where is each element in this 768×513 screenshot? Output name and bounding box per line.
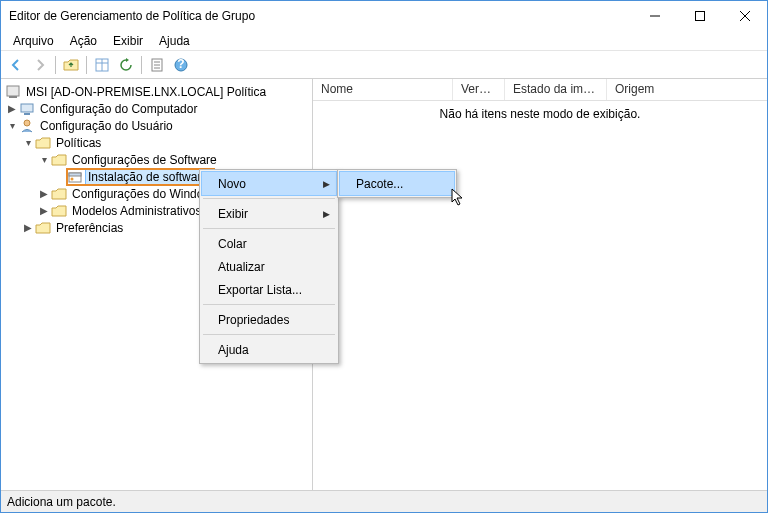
up-folder-button[interactable] [60, 54, 82, 76]
ctx-separator [203, 304, 335, 305]
ctx-colar[interactable]: Colar [202, 232, 336, 255]
tree-policies[interactable]: ▾ Políticas [5, 134, 312, 151]
context-submenu: Pacote... [337, 169, 457, 198]
ctx-label: Propriedades [218, 313, 289, 327]
ctx-ajuda[interactable]: Ajuda [202, 338, 336, 361]
svg-text:?: ? [177, 58, 184, 71]
status-text: Adiciona um pacote. [7, 495, 116, 509]
maximize-button[interactable] [677, 1, 722, 31]
svg-rect-16 [24, 113, 30, 115]
user-icon [19, 118, 35, 134]
computer-icon [19, 101, 35, 117]
svg-rect-13 [7, 86, 19, 96]
back-button[interactable] [5, 54, 27, 76]
tree-label: MSI [AD-ON-PREMISE.LNX.LOCAL] Política [24, 85, 268, 99]
tree-user-config[interactable]: ▾ Configuração do Usuário [5, 117, 312, 134]
ctx-separator [203, 198, 335, 199]
svg-rect-14 [9, 96, 17, 98]
ctx-separator [203, 334, 335, 335]
folder-icon [51, 203, 67, 219]
expander-icon[interactable]: ▶ [21, 222, 35, 233]
ctx-exportar[interactable]: Exportar Lista... [202, 278, 336, 301]
column-origem[interactable]: Origem [607, 79, 767, 100]
ctx-label: Exibir [218, 207, 248, 221]
submenu-arrow-icon: ▶ [323, 209, 330, 219]
expander-icon[interactable]: ▶ [5, 103, 19, 114]
ctx-label: Atualizar [218, 260, 265, 274]
policy-icon [5, 84, 21, 100]
help-button[interactable]: ? [170, 54, 192, 76]
ctx-label: Novo [218, 177, 246, 191]
properties-button[interactable] [146, 54, 168, 76]
ctx-novo[interactable]: Novo ▶ [202, 172, 336, 195]
close-button[interactable] [722, 1, 767, 31]
ctx-pacote[interactable]: Pacote... [340, 172, 454, 195]
menu-arquivo[interactable]: Arquivo [5, 32, 62, 50]
ctx-label: Ajuda [218, 343, 249, 357]
tree-label: Políticas [54, 136, 103, 150]
main-split: MSI [AD-ON-PREMISE.LNX.LOCAL] Política ▶… [1, 79, 767, 490]
column-versao[interactable]: Versão [453, 79, 505, 100]
window-buttons [632, 1, 767, 31]
svg-rect-19 [69, 173, 81, 176]
expander-icon[interactable]: ▾ [37, 154, 51, 165]
column-nome[interactable]: Nome [313, 79, 453, 100]
ctx-label: Exportar Lista... [218, 283, 302, 297]
menu-acao[interactable]: Ação [62, 32, 105, 50]
expander-icon[interactable]: ▶ [37, 188, 51, 199]
menu-exibir[interactable]: Exibir [105, 32, 151, 50]
expander-icon[interactable]: ▾ [21, 137, 35, 148]
submenu-arrow-icon: ▶ [323, 179, 330, 189]
forward-button[interactable] [29, 54, 51, 76]
list-header: Nome Versão Estado da impl... Origem [313, 79, 767, 101]
window-title: Editor de Gerenciamento de Política de G… [9, 9, 255, 23]
installer-icon [67, 169, 83, 185]
refresh-button[interactable] [115, 54, 137, 76]
tree-software-settings[interactable]: ▾ Configurações de Software [5, 151, 312, 168]
tree-label: Instalação de software [86, 170, 210, 184]
ctx-exibir[interactable]: Exibir ▶ [202, 202, 336, 225]
folder-icon [51, 152, 67, 168]
ctx-separator [203, 228, 335, 229]
toolbar-separator [86, 56, 87, 74]
folder-icon [51, 186, 67, 202]
status-bar: Adiciona um pacote. [1, 490, 767, 512]
toolbar-separator [55, 56, 56, 74]
folder-icon [35, 135, 51, 151]
menu-ajuda[interactable]: Ajuda [151, 32, 198, 50]
tree-computer-config[interactable]: ▶ Configuração do Computador [5, 100, 312, 117]
context-menu: Novo ▶ Exibir ▶ Colar Atualizar Exportar… [199, 169, 339, 364]
toolbar: ? [1, 51, 767, 79]
ctx-label: Pacote... [356, 177, 403, 191]
svg-rect-15 [21, 104, 33, 112]
svg-point-20 [71, 177, 74, 180]
tree-label: Configuração do Computador [38, 102, 199, 116]
minimize-button[interactable] [632, 1, 677, 31]
ctx-propriedades[interactable]: Propriedades [202, 308, 336, 331]
svg-rect-1 [695, 12, 704, 21]
list-pane: Nome Versão Estado da impl... Origem Não… [313, 79, 767, 490]
list-empty-message: Não há itens neste modo de exibição. [313, 101, 767, 490]
ctx-atualizar[interactable]: Atualizar [202, 255, 336, 278]
folder-icon [35, 220, 51, 236]
tree-label: Configurações de Software [70, 153, 219, 167]
tree-label: Configurações do Windows [70, 187, 220, 201]
title-bar: Editor de Gerenciamento de Política de G… [1, 1, 767, 31]
show-list-button[interactable] [91, 54, 113, 76]
toolbar-separator [141, 56, 142, 74]
expander-icon[interactable]: ▾ [5, 120, 19, 131]
tree-label: Configuração do Usuário [38, 119, 175, 133]
tree-root[interactable]: MSI [AD-ON-PREMISE.LNX.LOCAL] Política [5, 83, 312, 100]
expander-icon[interactable]: ▶ [37, 205, 51, 216]
tree-label: Preferências [54, 221, 125, 235]
menu-bar: Arquivo Ação Exibir Ajuda [1, 31, 767, 51]
svg-point-17 [24, 120, 30, 126]
column-estado[interactable]: Estado da impl... [505, 79, 607, 100]
ctx-label: Colar [218, 237, 247, 251]
tree-label: Modelos Administrativos [70, 204, 203, 218]
